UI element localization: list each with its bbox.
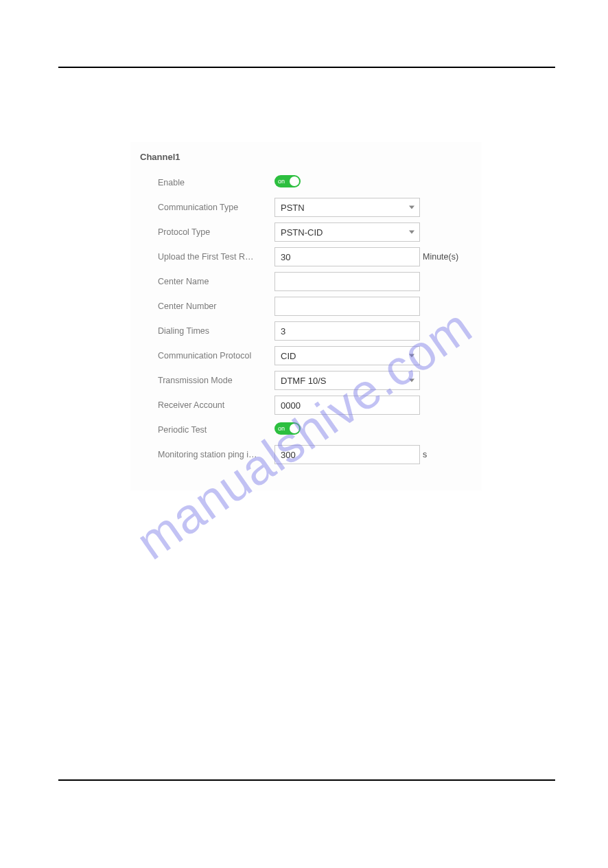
- page-rule-top: [58, 67, 555, 68]
- row-protocol-type: Protocol Type: [140, 222, 471, 242]
- label-protocol-type: Protocol Type: [140, 227, 274, 237]
- row-transmission-mode: Transmission Mode: [140, 371, 471, 390]
- input-upload-first-test[interactable]: [274, 247, 420, 266]
- control-upload-first-test: [274, 247, 420, 266]
- row-periodic-test: Periodic Test on: [140, 420, 471, 439]
- row-upload-first-test: Upload the First Test R… Minute(s): [140, 247, 471, 266]
- control-communication-type: [274, 198, 420, 217]
- row-monitoring-station-ping: Monitoring station ping i… s: [140, 445, 471, 464]
- label-center-name: Center Name: [140, 277, 274, 286]
- toggle-periodic-knob: [290, 424, 299, 433]
- row-communication-type: Communication Type: [140, 198, 471, 217]
- control-center-number: [274, 297, 420, 316]
- toggle-periodic-text: on: [278, 426, 285, 432]
- label-communication-protocol: Communication Protocol: [140, 351, 274, 361]
- page-rule-bottom: [58, 779, 555, 781]
- label-monitoring-station-ping: Monitoring station ping i…: [140, 450, 274, 459]
- select-communication-protocol[interactable]: [274, 346, 420, 365]
- control-communication-protocol: [274, 346, 420, 365]
- select-protocol-type[interactable]: [274, 222, 420, 242]
- toggle-enable[interactable]: on: [274, 175, 301, 187]
- input-dialing-times[interactable]: [274, 321, 420, 341]
- control-monitoring-station-ping: [274, 445, 420, 464]
- label-transmission-mode: Transmission Mode: [140, 376, 274, 385]
- label-periodic-test: Periodic Test: [140, 425, 274, 435]
- input-receiver-account[interactable]: [274, 396, 420, 415]
- panel-title: Channel1: [140, 152, 471, 162]
- input-center-name[interactable]: [274, 272, 420, 291]
- label-enable: Enable: [140, 178, 274, 187]
- toggle-enable-knob: [290, 176, 299, 186]
- row-center-name: Center Name: [140, 272, 471, 291]
- input-monitoring-station-ping[interactable]: [274, 445, 420, 464]
- control-enable: on: [274, 175, 420, 190]
- row-receiver-account: Receiver Account: [140, 396, 471, 415]
- input-center-number[interactable]: [274, 297, 420, 316]
- label-center-number: Center Number: [140, 301, 274, 311]
- row-communication-protocol: Communication Protocol: [140, 346, 471, 365]
- control-dialing-times: [274, 321, 420, 341]
- label-communication-type: Communication Type: [140, 203, 274, 212]
- control-protocol-type: [274, 222, 420, 242]
- select-communication-type[interactable]: [274, 198, 420, 217]
- control-periodic-test: on: [274, 422, 420, 437]
- toggle-periodic-test[interactable]: on: [274, 422, 301, 435]
- unit-upload-first-test: Minute(s): [423, 252, 458, 262]
- row-center-number: Center Number: [140, 297, 471, 316]
- label-receiver-account: Receiver Account: [140, 400, 274, 410]
- label-dialing-times: Dialing Times: [140, 326, 274, 336]
- row-dialing-times: Dialing Times: [140, 321, 471, 341]
- control-transmission-mode: [274, 371, 420, 390]
- control-center-name: [274, 272, 420, 291]
- control-receiver-account: [274, 396, 420, 415]
- unit-monitoring-station-ping: s: [423, 450, 427, 459]
- toggle-enable-text: on: [278, 179, 285, 185]
- row-enable: Enable on: [140, 173, 471, 192]
- channel1-panel: Channel1 Enable on Communication Type Pr…: [130, 142, 482, 490]
- label-upload-first-test: Upload the First Test R…: [140, 252, 274, 262]
- select-transmission-mode[interactable]: [274, 371, 420, 390]
